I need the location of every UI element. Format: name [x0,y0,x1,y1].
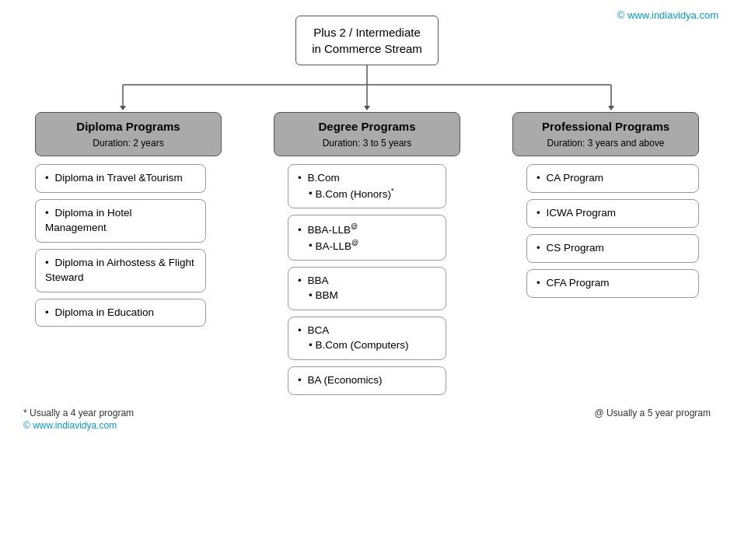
right-left-bracket [512,164,526,304]
footnote-at: @ Usually a 5 year program [594,408,711,418]
list-item: • B.Com • B.Com (Honors)* [288,164,446,208]
diploma-items-wrapper: • Diploma in Travel &Tourism • Diploma i… [35,164,222,333]
page-wrapper: © www.indiavidya.com Plus 2 / Intermedia… [0,0,734,560]
list-item: • Diploma in Hotel Management [35,199,206,243]
watermark-bottom: © www.indiavidya.com [23,420,134,431]
left-bracket-svg [206,164,222,281]
svg-marker-7 [608,106,614,110]
professional-items-list: • CA Program • ICWA Program • CS Program… [526,164,699,304]
list-item: • ICWA Program [526,199,699,228]
diploma-duration: Duration: 2 years [93,138,163,149]
root-box: Plus 2 / Intermediatein Commerce Stream [295,16,439,65]
center-left-bracket [274,164,288,401]
svg-marker-3 [120,106,126,110]
diploma-items-list: • Diploma in Travel &Tourism • Diploma i… [35,164,206,333]
professional-duration: Duration: 3 years and above [547,138,665,149]
degree-category-box: Degree Programs Duration: 3 to 5 years [274,112,460,156]
degree-duration: Duration: 3 to 5 years [323,138,412,149]
list-item: • BA (Economics) [288,366,446,395]
list-item: • CA Program [526,164,699,193]
diploma-column: Diploma Programs Duration: 2 years • Dip… [16,112,241,333]
degree-items-list: • B.Com • B.Com (Honors)* • BBA-LLB@ • B… [288,164,446,401]
professional-category-label: Professional Programs [542,120,669,133]
list-item: • BBA-LLB@ • BA-LLB@ [288,215,446,261]
footnote-star: * Usually a 4 year program [23,408,134,418]
footer-area: * Usually a 4 year program © www.indiavi… [8,404,726,431]
root-container: Plus 2 / Intermediatein Commerce Stream [8,16,726,65]
list-item: • CFA Program [526,269,699,298]
footer-left: * Usually a 4 year program © www.indiavi… [23,408,134,431]
list-item: • CS Program [526,234,699,263]
svg-marker-5 [364,106,370,110]
list-item: • BCA • B.Com (Computers) [288,317,446,360]
watermark-top: © www.indiavidya.com [617,9,718,21]
connector-svg [8,65,726,112]
list-item: • BBA • BBM [288,267,446,310]
list-item: • Diploma in Travel &Tourism [35,164,206,193]
degree-category-label: Degree Programs [318,120,415,133]
professional-items-wrapper: • CA Program • ICWA Program • CS Program… [512,164,699,304]
degree-items-area: • B.Com • B.Com (Honors)* • BBA-LLB@ • B… [274,164,460,401]
columns-wrapper: Diploma Programs Duration: 2 years • Dip… [8,112,726,401]
degree-items-wrapper: • B.Com • B.Com (Honors)* • BBA-LLB@ • B… [274,164,460,401]
degree-column: Degree Programs Duration: 3 to 5 years •… [254,112,480,401]
diploma-items-area: • Diploma in Travel &Tourism • Diploma i… [35,164,222,333]
list-item: • Diploma in Airhostess & Flight Steward [35,249,206,292]
professional-category-box: Professional Programs Duration: 3 years … [512,112,699,156]
professional-column: Professional Programs Duration: 3 years … [493,112,718,304]
list-item: • Diploma in Education [35,299,206,327]
diploma-category-label: Diploma Programs [76,120,180,133]
center-right-bracket [446,164,460,401]
professional-items-area: • CA Program • ICWA Program • CS Program… [512,164,699,304]
diploma-category-box: Diploma Programs Duration: 2 years [35,112,222,156]
footer-right: @ Usually a 5 year program [594,408,711,431]
